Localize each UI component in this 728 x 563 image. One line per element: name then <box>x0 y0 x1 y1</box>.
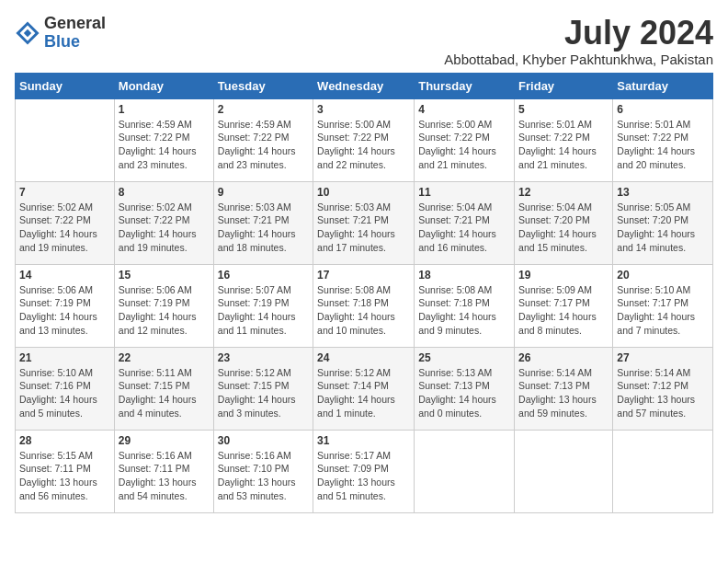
header-row: SundayMondayTuesdayWednesdayThursdayFrid… <box>16 73 713 98</box>
logo: General Blue <box>15 15 106 52</box>
day-number: 5 <box>518 103 609 116</box>
calendar-cell: 7Sunrise: 5:02 AM Sunset: 7:22 PM Daylig… <box>16 181 115 264</box>
day-info: Sunrise: 5:12 AM Sunset: 7:15 PM Dayligh… <box>218 366 309 420</box>
day-info: Sunrise: 5:02 AM Sunset: 7:22 PM Dayligh… <box>119 201 210 255</box>
day-info: Sunrise: 5:16 AM Sunset: 7:10 PM Dayligh… <box>218 449 309 503</box>
day-number: 21 <box>19 351 110 364</box>
calendar-cell: 21Sunrise: 5:10 AM Sunset: 7:16 PM Dayli… <box>16 347 115 430</box>
calendar-week-1: 1Sunrise: 4:59 AM Sunset: 7:22 PM Daylig… <box>16 98 713 181</box>
calendar-header: SundayMondayTuesdayWednesdayThursdayFrid… <box>16 73 713 98</box>
day-info: Sunrise: 5:03 AM Sunset: 7:21 PM Dayligh… <box>317 201 410 255</box>
day-info: Sunrise: 5:02 AM Sunset: 7:22 PM Dayligh… <box>19 201 110 255</box>
calendar-cell: 30Sunrise: 5:16 AM Sunset: 7:10 PM Dayli… <box>213 430 313 512</box>
day-number: 27 <box>617 351 709 364</box>
day-number: 19 <box>518 269 609 282</box>
day-info: Sunrise: 5:04 AM Sunset: 7:20 PM Dayligh… <box>518 201 609 255</box>
day-info: Sunrise: 5:08 AM Sunset: 7:18 PM Dayligh… <box>418 283 510 338</box>
calendar-body: 1Sunrise: 4:59 AM Sunset: 7:22 PM Daylig… <box>16 98 713 512</box>
calendar-cell <box>515 430 613 512</box>
day-number: 23 <box>218 351 309 364</box>
day-info: Sunrise: 5:00 AM Sunset: 7:22 PM Dayligh… <box>418 118 510 172</box>
day-info: Sunrise: 5:10 AM Sunset: 7:17 PM Dayligh… <box>617 283 709 338</box>
day-number: 22 <box>119 351 210 364</box>
header-cell-tuesday: Tuesday <box>213 73 313 98</box>
day-info: Sunrise: 5:14 AM Sunset: 7:12 PM Dayligh… <box>617 366 709 420</box>
logo-icon <box>15 20 40 46</box>
header-cell-sunday: Sunday <box>16 73 115 98</box>
day-number: 11 <box>418 186 510 199</box>
calendar-cell: 13Sunrise: 5:05 AM Sunset: 7:20 PM Dayli… <box>613 181 713 264</box>
calendar-cell <box>613 430 713 512</box>
calendar-cell: 2Sunrise: 4:59 AM Sunset: 7:22 PM Daylig… <box>213 98 313 181</box>
day-info: Sunrise: 5:08 AM Sunset: 7:18 PM Dayligh… <box>317 283 410 338</box>
calendar-cell: 23Sunrise: 5:12 AM Sunset: 7:15 PM Dayli… <box>213 347 313 430</box>
day-number: 3 <box>317 103 410 116</box>
day-number: 1 <box>119 103 210 116</box>
calendar-cell: 4Sunrise: 5:00 AM Sunset: 7:22 PM Daylig… <box>415 98 515 181</box>
day-info: Sunrise: 5:12 AM Sunset: 7:14 PM Dayligh… <box>317 366 410 420</box>
day-info: Sunrise: 5:06 AM Sunset: 7:19 PM Dayligh… <box>119 283 210 338</box>
day-number: 9 <box>218 186 309 199</box>
day-info: Sunrise: 5:05 AM Sunset: 7:20 PM Dayligh… <box>617 201 709 255</box>
header-cell-wednesday: Wednesday <box>313 73 415 98</box>
day-number: 31 <box>317 434 410 447</box>
calendar-cell: 8Sunrise: 5:02 AM Sunset: 7:22 PM Daylig… <box>114 181 213 264</box>
day-number: 2 <box>218 103 309 116</box>
calendar-cell: 20Sunrise: 5:10 AM Sunset: 7:17 PM Dayli… <box>613 264 713 347</box>
calendar-cell: 18Sunrise: 5:08 AM Sunset: 7:18 PM Dayli… <box>415 264 515 347</box>
day-number: 6 <box>617 103 709 116</box>
logo-text: General Blue <box>44 15 106 52</box>
calendar-table: SundayMondayTuesdayWednesdayThursdayFrid… <box>15 73 713 513</box>
calendar-cell: 3Sunrise: 5:00 AM Sunset: 7:22 PM Daylig… <box>313 98 415 181</box>
day-info: Sunrise: 5:03 AM Sunset: 7:21 PM Dayligh… <box>218 201 309 255</box>
day-number: 17 <box>317 269 410 282</box>
location-subtitle: Abbottabad, Khyber Pakhtunkhwa, Pakistan <box>444 52 713 67</box>
day-info: Sunrise: 5:11 AM Sunset: 7:15 PM Dayligh… <box>119 366 210 420</box>
calendar-cell: 29Sunrise: 5:16 AM Sunset: 7:11 PM Dayli… <box>114 430 213 512</box>
title-block: July 2024 Abbottabad, Khyber Pakhtunkhwa… <box>444 15 713 67</box>
day-info: Sunrise: 4:59 AM Sunset: 7:22 PM Dayligh… <box>218 118 309 172</box>
header-cell-thursday: Thursday <box>415 73 515 98</box>
day-info: Sunrise: 5:14 AM Sunset: 7:13 PM Dayligh… <box>518 366 609 420</box>
day-number: 15 <box>119 269 210 282</box>
calendar-week-4: 21Sunrise: 5:10 AM Sunset: 7:16 PM Dayli… <box>16 347 713 430</box>
day-number: 10 <box>317 186 410 199</box>
day-info: Sunrise: 5:00 AM Sunset: 7:22 PM Dayligh… <box>317 118 410 172</box>
day-number: 18 <box>418 269 510 282</box>
calendar-cell: 6Sunrise: 5:01 AM Sunset: 7:22 PM Daylig… <box>613 98 713 181</box>
day-info: Sunrise: 5:09 AM Sunset: 7:17 PM Dayligh… <box>518 283 609 338</box>
day-info: Sunrise: 5:01 AM Sunset: 7:22 PM Dayligh… <box>518 118 609 172</box>
day-number: 14 <box>19 269 110 282</box>
day-number: 7 <box>19 186 110 199</box>
day-info: Sunrise: 5:01 AM Sunset: 7:22 PM Dayligh… <box>617 118 709 172</box>
page-header: General Blue July 2024 Abbottabad, Khybe… <box>15 15 713 67</box>
day-info: Sunrise: 5:06 AM Sunset: 7:19 PM Dayligh… <box>19 283 110 338</box>
calendar-cell: 5Sunrise: 5:01 AM Sunset: 7:22 PM Daylig… <box>515 98 613 181</box>
day-number: 16 <box>218 269 309 282</box>
calendar-cell: 12Sunrise: 5:04 AM Sunset: 7:20 PM Dayli… <box>515 181 613 264</box>
calendar-cell: 19Sunrise: 5:09 AM Sunset: 7:17 PM Dayli… <box>515 264 613 347</box>
calendar-cell <box>16 98 115 181</box>
calendar-cell: 27Sunrise: 5:14 AM Sunset: 7:12 PM Dayli… <box>613 347 713 430</box>
day-number: 26 <box>518 351 609 364</box>
calendar-cell: 9Sunrise: 5:03 AM Sunset: 7:21 PM Daylig… <box>213 181 313 264</box>
day-info: Sunrise: 4:59 AM Sunset: 7:22 PM Dayligh… <box>119 118 210 172</box>
day-number: 29 <box>119 434 210 447</box>
day-number: 4 <box>418 103 510 116</box>
calendar-week-2: 7Sunrise: 5:02 AM Sunset: 7:22 PM Daylig… <box>16 181 713 264</box>
calendar-cell: 22Sunrise: 5:11 AM Sunset: 7:15 PM Dayli… <box>114 347 213 430</box>
month-year-title: July 2024 <box>444 15 713 52</box>
day-number: 8 <box>119 186 210 199</box>
day-number: 28 <box>19 434 110 447</box>
day-info: Sunrise: 5:15 AM Sunset: 7:11 PM Dayligh… <box>19 449 110 503</box>
calendar-week-5: 28Sunrise: 5:15 AM Sunset: 7:11 PM Dayli… <box>16 430 713 512</box>
day-info: Sunrise: 5:07 AM Sunset: 7:19 PM Dayligh… <box>218 283 309 338</box>
day-number: 25 <box>418 351 510 364</box>
calendar-week-3: 14Sunrise: 5:06 AM Sunset: 7:19 PM Dayli… <box>16 264 713 347</box>
day-number: 20 <box>617 269 709 282</box>
day-info: Sunrise: 5:13 AM Sunset: 7:13 PM Dayligh… <box>418 366 510 420</box>
calendar-cell: 25Sunrise: 5:13 AM Sunset: 7:13 PM Dayli… <box>415 347 515 430</box>
calendar-cell: 11Sunrise: 5:04 AM Sunset: 7:21 PM Dayli… <box>415 181 515 264</box>
calendar-cell: 17Sunrise: 5:08 AM Sunset: 7:18 PM Dayli… <box>313 264 415 347</box>
logo-general-text: General <box>44 15 106 33</box>
